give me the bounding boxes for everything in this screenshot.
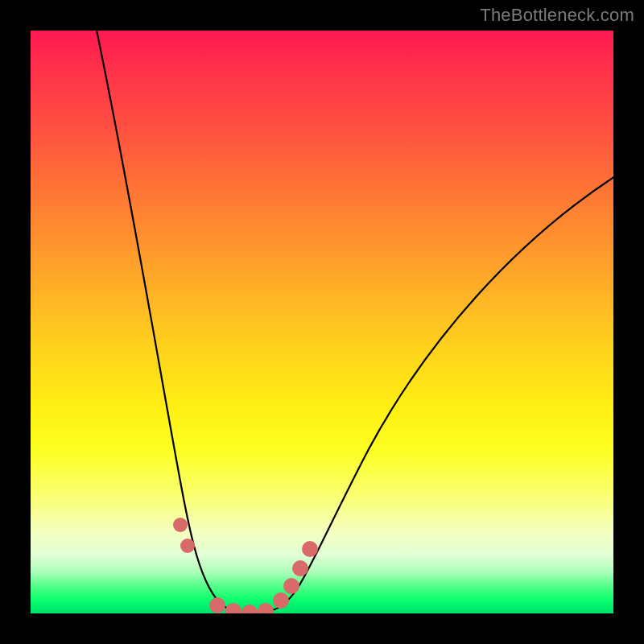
right-curve <box>266 169 613 612</box>
chart-marker <box>258 603 274 613</box>
chart-marker <box>273 592 289 609</box>
chart-marker <box>283 578 299 594</box>
watermark-text: TheBottleneck.com <box>480 5 634 26</box>
chart-marker <box>292 560 308 576</box>
chart-marker <box>302 541 318 557</box>
chart-marker <box>180 539 195 553</box>
chart-marker <box>173 518 188 532</box>
left-curve <box>95 31 236 612</box>
chart-frame: TheBottleneck.com <box>0 0 644 644</box>
chart-svg <box>31 31 613 613</box>
chart-marker <box>225 603 242 613</box>
chart-marker <box>209 597 225 613</box>
plot-area <box>31 31 613 613</box>
chart-marker <box>242 605 258 613</box>
